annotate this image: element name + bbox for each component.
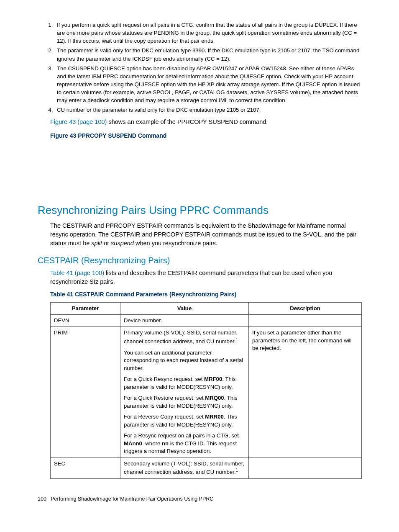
cell-desc <box>249 457 362 478</box>
page-number: 100 <box>38 496 46 502</box>
col-value: Value <box>120 302 249 314</box>
cell-param: PRIM <box>51 327 120 457</box>
cell-param: SEC <box>51 457 120 478</box>
subsection-paragraph: Table 41 (page 100) lists and describes … <box>50 269 361 286</box>
table-row: SEC Secondary volume (T-VOL): SSID, seri… <box>51 457 362 478</box>
footer-title: Performing ShadowImage for Mainframe Pai… <box>51 496 213 502</box>
figure-title: Figure 43 PPRCOPY SUSPEND Command <box>50 132 361 140</box>
cell-value: Primary volume (S-VOL): SSID, serial num… <box>120 327 249 457</box>
footnote-1: If you perform a quick split request on … <box>54 21 361 45</box>
table-row: DEVN Device number. <box>51 314 362 326</box>
page-footer: 100 Performing ShadowImage for Mainframe… <box>38 496 361 503</box>
footnote-3: The CSUSPEND QUIESCE option has been dis… <box>54 64 361 105</box>
cell-value: Secondary volume (T-VOL): SSID, serial n… <box>120 457 249 478</box>
footnote-list: If you perform a quick split request on … <box>38 21 361 114</box>
table-header-row: Parameter Value Description <box>51 302 362 314</box>
cell-desc <box>249 314 362 326</box>
parameters-table: Parameter Value Description DEVN Device … <box>50 302 362 479</box>
subsection-heading: CESTPAIR (Resynchronizing Pairs) <box>38 254 361 266</box>
figure-reference-line: Figure 43 (page 100) shows an example of… <box>50 118 361 126</box>
footnote-2: The parameter is valid only for the DKC … <box>54 46 361 62</box>
table-row: PRIM Primary volume (S-VOL): SSID, seria… <box>51 327 362 457</box>
section-paragraph: The CESTPAIR and PPRCOPY ESTPAIR command… <box>50 221 361 248</box>
table-link[interactable]: Table 41 (page 100) <box>50 270 104 276</box>
cell-param: DEVN <box>51 314 120 326</box>
figure-link[interactable]: Figure 43 (page 100) <box>50 118 107 125</box>
cell-desc: If you set a parameter other than the pa… <box>249 327 362 457</box>
table-title: Table 41 CESTPAIR Command Parameters (Re… <box>50 290 361 299</box>
col-parameter: Parameter <box>51 302 120 314</box>
figure-ref-text: shows an example of the PPRCOPY SUSPEND … <box>107 118 268 125</box>
footnote-4: CU number or the parameter is valid only… <box>54 106 361 114</box>
cell-value: Device number. <box>120 314 249 326</box>
col-description: Description <box>249 302 362 314</box>
section-heading: Resynchronizing Pairs Using PPRC Command… <box>38 203 361 218</box>
